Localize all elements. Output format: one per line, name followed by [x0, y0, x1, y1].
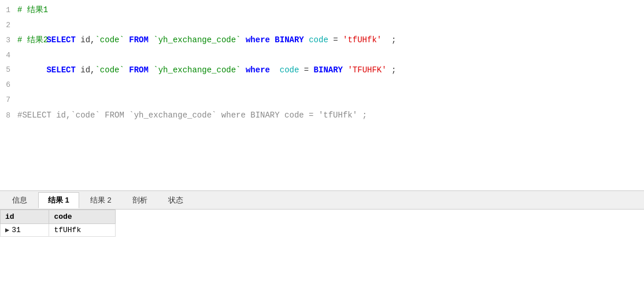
- col-header-code: code: [49, 210, 116, 224]
- line-number-1: 1: [0, 3, 17, 18]
- code-editor[interactable]: 1 # 结果1 2 SELECT id,`code` FROM `yh_exch…: [0, 0, 644, 191]
- code-line-4: 4 SELECT id,`code` FROM `yh_exchange_cod…: [0, 47, 644, 63]
- line-number-8: 8: [0, 108, 17, 123]
- line-content-8: #SELECT id,`code` FROM `yh_exchange_code…: [17, 108, 644, 123]
- code-line-2: 2 SELECT id,`code` FROM `yh_exchange_cod…: [0, 17, 644, 32]
- cell-code: tfUHfk: [49, 224, 116, 237]
- cell-row-indicator: ▶ 31: [1, 224, 49, 237]
- line-number-4: 4: [0, 48, 17, 63]
- line-number-7: 7: [0, 93, 17, 108]
- cell-id: 31: [12, 226, 21, 234]
- tab-result1[interactable]: 结果 1: [38, 192, 79, 208]
- tab-profile[interactable]: 剖析: [123, 192, 157, 208]
- code-line-1: 1 # 结果1: [0, 2, 644, 17]
- line-number-2: 2: [0, 18, 17, 33]
- col-header-id: id: [1, 210, 49, 224]
- row-arrow-icon: ▶: [5, 226, 9, 234]
- tab-status[interactable]: 状态: [158, 192, 193, 208]
- table-row: ▶ 31 tfUHfk: [1, 224, 116, 237]
- code-line-7: 7: [0, 93, 644, 108]
- bottom-panel: 信息 结果 1 结果 2 剖析 状态 id code ▶ 31: [0, 191, 644, 301]
- line-content-3: # 结果2: [17, 32, 644, 47]
- line-number-6: 6: [0, 78, 17, 93]
- line-content-4: SELECT id,`code` FROM `yh_exchange_code`…: [17, 47, 644, 93]
- code-line-3: 3 # 结果2: [0, 32, 644, 47]
- line-number-5: 5: [0, 63, 17, 78]
- tab-info[interactable]: 信息: [2, 192, 37, 208]
- line-content-1: # 结果1: [17, 2, 644, 17]
- results-table: id code ▶ 31 tfUHfk: [0, 210, 116, 237]
- tab-result2[interactable]: 结果 2: [80, 192, 121, 208]
- table-header-row: id code: [1, 210, 116, 224]
- code-line-8: 8 #SELECT id,`code` FROM `yh_exchange_co…: [0, 108, 644, 123]
- results-area: id code ▶ 31 tfUHfk: [0, 210, 644, 301]
- tabs-bar: 信息 结果 1 结果 2 剖析 状态: [0, 191, 644, 210]
- line-number-3: 3: [0, 33, 17, 48]
